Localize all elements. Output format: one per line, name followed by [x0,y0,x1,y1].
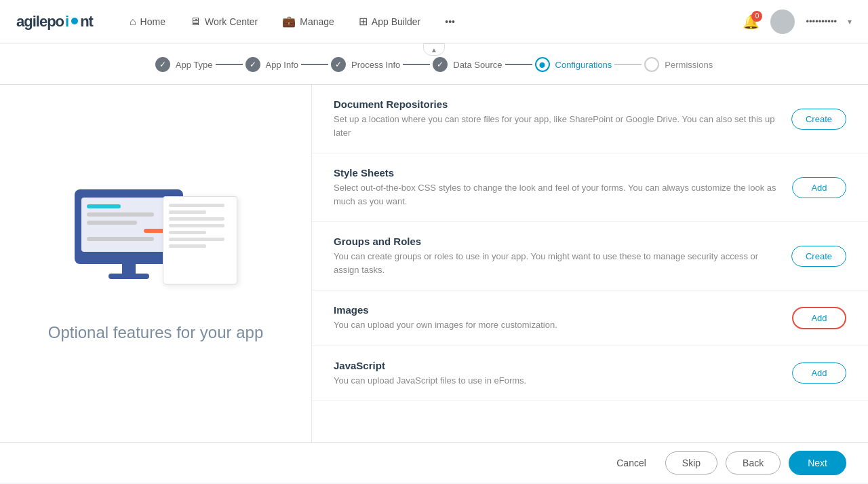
feature-button-style-sheets[interactable]: Add [792,177,846,198]
feature-title-images: Images [334,304,781,316]
feature-desc-javascript: You can upload JavaScript files to use i… [334,374,781,388]
step-label-data-source: Data Source [453,60,502,70]
step-label-app-info: App Info [266,60,298,70]
back-button[interactable]: Back [726,451,781,474]
illus-line-3 [87,237,154,241]
main-nav: ⌂ Home 🖥 Work Center 💼 Manage ⊞ App Buil… [120,10,743,33]
skip-button[interactable]: Skip [665,451,717,474]
monitor-icon: 🖥 [190,16,201,28]
header-right: 🔔 0 •••••••••• ▾ [743,10,852,34]
main-content: Optional features for your app Document … [0,85,868,442]
step-label-permissions: Permissions [665,60,713,70]
step-connector-2 [403,64,430,65]
nav-more[interactable]: ••• [435,11,465,33]
next-button[interactable]: Next [789,451,846,475]
step-connector-4 [614,64,642,65]
feature-button-images[interactable]: Add [792,307,846,329]
nav-manage[interactable]: 💼 Manage [273,10,344,33]
feature-desc-images: You can upload your own images for more … [334,318,781,332]
feature-item-style-sheets: Style SheetsSelect out-of-the-box CSS st… [312,153,868,222]
feature-title-style-sheets: Style Sheets [334,167,781,179]
feature-item-document-repositories: Document RepositoriesSet up a location w… [312,85,868,153]
notification-badge: 0 [751,11,762,22]
chevron-down-icon[interactable]: ▾ [848,17,852,26]
step-data-source[interactable]: ✓Data Source [433,57,502,72]
step-app-type[interactable]: ✓App Type [155,57,213,72]
step-connector-1 [301,64,328,65]
nav-work-center[interactable]: 🖥 Work Center [180,10,267,33]
feature-desc-style-sheets: Select out-of-the-box CSS styles to chan… [334,181,781,208]
nav-home[interactable]: ⌂ Home [120,10,175,33]
step-connector-0 [216,64,243,65]
user-name[interactable]: •••••••••• [806,16,837,26]
feature-item-javascript: JavaScriptYou can upload JavaScript file… [312,346,868,402]
feature-button-document-repositories[interactable]: Create [791,109,846,130]
feature-item-images: ImagesYou can upload your own images for… [312,291,868,346]
feature-button-javascript[interactable]: Add [792,362,846,384]
briefcase-icon: 💼 [282,15,296,28]
illus-line-teal [87,204,121,208]
step-configurations[interactable]: ⬤Configurations [535,57,612,72]
right-panel: Document RepositoriesSet up a location w… [312,85,868,442]
feature-title-groups-and-roles: Groups and Roles [334,236,781,247]
step-icon-permissions [644,57,659,72]
step-icon-app-type: ✓ [155,57,170,72]
avatar[interactable] [770,10,795,34]
step-permissions[interactable]: Permissions [644,57,713,72]
left-panel: Optional features for your app [0,85,312,442]
step-icon-configurations: ⬤ [535,57,550,72]
step-connector-3 [505,64,532,65]
left-panel-title: Optional features for your app [48,321,264,344]
collapse-steps-button[interactable]: ▲ [423,43,445,56]
feature-button-groups-and-roles[interactable]: Create [791,246,846,267]
feature-info-images: ImagesYou can upload your own images for… [334,304,781,332]
illus-screen [81,198,176,252]
step-process-info[interactable]: ✓Process Info [331,57,400,72]
step-app-info[interactable]: ✓App Info [245,57,298,72]
logo[interactable]: agilepoint [16,13,93,31]
feature-title-document-repositories: Document Repositories [334,98,781,110]
feature-info-style-sheets: Style SheetsSelect out-of-the-box CSS st… [334,167,781,208]
nav-app-builder[interactable]: ⊞ App Builder [349,10,430,33]
step-label-configurations: Configurations [555,60,612,70]
illus-base [108,274,149,279]
footer: Cancel Skip Back Next [0,442,868,483]
step-label-app-type: App Type [176,60,213,70]
feature-desc-groups-and-roles: You can create groups or roles to use in… [334,250,781,276]
illus-line-1 [87,212,154,217]
illus-line-2 [87,221,137,225]
feature-desc-document-repositories: Set up a location where you can store fi… [334,113,781,139]
illus-stand [122,260,136,274]
feature-info-document-repositories: Document RepositoriesSet up a location w… [334,98,781,139]
feature-title-javascript: JavaScript [334,360,781,371]
grid-icon: ⊞ [359,15,368,28]
home-icon: ⌂ [130,16,136,28]
illustration [61,183,251,305]
cancel-button[interactable]: Cancel [606,452,657,474]
feature-info-javascript: JavaScriptYou can upload JavaScript file… [334,360,781,388]
feature-info-groups-and-roles: Groups and RolesYou can create groups or… [334,236,781,276]
notification-button[interactable]: 🔔 0 [743,14,760,30]
step-icon-app-info: ✓ [245,57,260,72]
feature-item-groups-and-roles: Groups and RolesYou can create groups or… [312,222,868,291]
step-label-process-info: Process Info [351,60,400,70]
more-icon: ••• [445,16,455,27]
wizard-steps-bar: ▲ ✓App Type✓App Info✓Process Info✓Data S… [0,43,868,85]
step-icon-process-info: ✓ [331,57,346,72]
step-icon-data-source: ✓ [433,57,448,72]
header: agilepoint ⌂ Home 🖥 Work Center 💼 Manage… [0,0,868,43]
illus-doc [163,196,237,284]
